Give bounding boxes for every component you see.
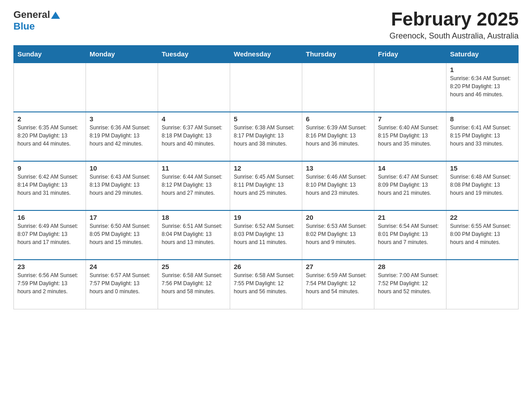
logo-triangle-icon — [51, 11, 60, 20]
day-number: 28 — [378, 263, 442, 270]
calendar-week-row: 1Sunrise: 6:34 AM Sunset: 8:20 PM Daylig… — [14, 63, 519, 112]
calendar-cell: 27Sunrise: 6:59 AM Sunset: 7:54 PM Dayli… — [302, 260, 374, 309]
weekday-header-saturday: Saturday — [446, 46, 519, 63]
calendar-cell: 16Sunrise: 6:49 AM Sunset: 8:07 PM Dayli… — [14, 210, 86, 260]
day-info: Sunrise: 6:58 AM Sunset: 7:56 PM Dayligh… — [162, 271, 226, 295]
calendar-cell: 7Sunrise: 6:40 AM Sunset: 8:15 PM Daylig… — [374, 112, 446, 161]
calendar-cell: 13Sunrise: 6:46 AM Sunset: 8:10 PM Dayli… — [302, 161, 374, 210]
calendar-cell: 2Sunrise: 6:35 AM Sunset: 8:20 PM Daylig… — [14, 112, 86, 161]
day-info: Sunrise: 6:35 AM Sunset: 8:20 PM Dayligh… — [17, 124, 82, 148]
calendar-cell — [374, 63, 446, 112]
page-title: February 2025 — [390, 9, 519, 30]
svg-marker-0 — [51, 12, 60, 19]
day-info: Sunrise: 6:52 AM Sunset: 8:03 PM Dayligh… — [234, 222, 298, 246]
logo-text-blue: Blue — [13, 21, 35, 32]
logo-text-general: General — [13, 9, 50, 21]
day-number: 24 — [90, 263, 154, 270]
calendar-cell — [230, 63, 302, 112]
day-number: 13 — [306, 164, 370, 172]
day-info: Sunrise: 6:48 AM Sunset: 8:08 PM Dayligh… — [450, 173, 515, 197]
calendar-cell: 11Sunrise: 6:44 AM Sunset: 8:12 PM Dayli… — [158, 161, 230, 210]
weekday-header-sunday: Sunday — [14, 46, 86, 63]
calendar-cell: 19Sunrise: 6:52 AM Sunset: 8:03 PM Dayli… — [230, 210, 302, 260]
day-info: Sunrise: 6:58 AM Sunset: 7:55 PM Dayligh… — [234, 271, 298, 295]
calendar-cell: 15Sunrise: 6:48 AM Sunset: 8:08 PM Dayli… — [446, 161, 519, 210]
day-info: Sunrise: 6:57 AM Sunset: 7:57 PM Dayligh… — [90, 271, 154, 295]
title-block: February 2025 Greenock, South Australia,… — [390, 9, 519, 41]
day-info: Sunrise: 6:39 AM Sunset: 8:16 PM Dayligh… — [306, 124, 370, 148]
day-info: Sunrise: 6:43 AM Sunset: 8:13 PM Dayligh… — [90, 173, 154, 197]
day-info: Sunrise: 6:45 AM Sunset: 8:11 PM Dayligh… — [234, 173, 298, 197]
day-info: Sunrise: 6:41 AM Sunset: 8:15 PM Dayligh… — [450, 124, 515, 148]
day-number: 16 — [17, 214, 82, 221]
day-number: 2 — [17, 115, 82, 123]
calendar-header-row: SundayMondayTuesdayWednesdayThursdayFrid… — [14, 46, 519, 63]
calendar-cell: 9Sunrise: 6:42 AM Sunset: 8:14 PM Daylig… — [14, 161, 86, 210]
day-info: Sunrise: 6:51 AM Sunset: 8:04 PM Dayligh… — [162, 222, 226, 246]
calendar-cell: 20Sunrise: 6:53 AM Sunset: 8:02 PM Dayli… — [302, 210, 374, 260]
calendar-cell: 26Sunrise: 6:58 AM Sunset: 7:55 PM Dayli… — [230, 260, 302, 309]
calendar-cell: 23Sunrise: 6:56 AM Sunset: 7:59 PM Dayli… — [14, 260, 86, 309]
day-number: 8 — [450, 115, 515, 123]
day-number: 3 — [90, 115, 154, 123]
day-number: 27 — [306, 263, 370, 270]
day-info: Sunrise: 6:53 AM Sunset: 8:02 PM Dayligh… — [306, 222, 370, 246]
calendar-cell — [158, 63, 230, 112]
day-info: Sunrise: 6:36 AM Sunset: 8:19 PM Dayligh… — [90, 124, 154, 148]
calendar-cell — [86, 63, 158, 112]
day-number: 10 — [90, 164, 154, 172]
calendar-week-row: 2Sunrise: 6:35 AM Sunset: 8:20 PM Daylig… — [14, 112, 519, 161]
day-number: 21 — [378, 214, 442, 221]
day-number: 23 — [17, 263, 82, 270]
day-info: Sunrise: 7:00 AM Sunset: 7:52 PM Dayligh… — [378, 271, 442, 295]
logo: General Blue — [13, 9, 60, 32]
day-number: 18 — [162, 214, 226, 221]
calendar-cell: 6Sunrise: 6:39 AM Sunset: 8:16 PM Daylig… — [302, 112, 374, 161]
day-info: Sunrise: 6:50 AM Sunset: 8:05 PM Dayligh… — [90, 222, 154, 246]
day-info: Sunrise: 6:34 AM Sunset: 8:20 PM Dayligh… — [450, 74, 515, 98]
day-info: Sunrise: 6:47 AM Sunset: 8:09 PM Dayligh… — [378, 173, 442, 197]
day-number: 4 — [162, 115, 226, 123]
day-number: 11 — [162, 164, 226, 172]
day-number: 5 — [234, 115, 298, 123]
day-info: Sunrise: 6:49 AM Sunset: 8:07 PM Dayligh… — [17, 222, 82, 246]
calendar-cell: 10Sunrise: 6:43 AM Sunset: 8:13 PM Dayli… — [86, 161, 158, 210]
day-number: 6 — [306, 115, 370, 123]
weekday-header-tuesday: Tuesday — [158, 46, 230, 63]
calendar-week-row: 16Sunrise: 6:49 AM Sunset: 8:07 PM Dayli… — [14, 210, 519, 260]
day-info: Sunrise: 6:38 AM Sunset: 8:17 PM Dayligh… — [234, 124, 298, 148]
day-info: Sunrise: 6:55 AM Sunset: 8:00 PM Dayligh… — [450, 222, 515, 246]
calendar-cell: 25Sunrise: 6:58 AM Sunset: 7:56 PM Dayli… — [158, 260, 230, 309]
calendar-cell — [14, 63, 86, 112]
calendar-cell: 14Sunrise: 6:47 AM Sunset: 8:09 PM Dayli… — [374, 161, 446, 210]
page-header: General Blue February 2025 Greenock, Sou… — [13, 9, 519, 41]
day-number: 1 — [450, 66, 515, 73]
calendar-week-row: 23Sunrise: 6:56 AM Sunset: 7:59 PM Dayli… — [14, 260, 519, 309]
day-info: Sunrise: 6:56 AM Sunset: 7:59 PM Dayligh… — [17, 271, 82, 295]
weekday-header-thursday: Thursday — [302, 46, 374, 63]
calendar-week-row: 9Sunrise: 6:42 AM Sunset: 8:14 PM Daylig… — [14, 161, 519, 210]
calendar-cell — [302, 63, 374, 112]
calendar-cell: 1Sunrise: 6:34 AM Sunset: 8:20 PM Daylig… — [446, 63, 519, 112]
day-info: Sunrise: 6:37 AM Sunset: 8:18 PM Dayligh… — [162, 124, 226, 148]
calendar-cell: 5Sunrise: 6:38 AM Sunset: 8:17 PM Daylig… — [230, 112, 302, 161]
day-number: 19 — [234, 214, 298, 221]
calendar-cell — [446, 260, 519, 309]
calendar-cell: 18Sunrise: 6:51 AM Sunset: 8:04 PM Dayli… — [158, 210, 230, 260]
calendar-cell: 8Sunrise: 6:41 AM Sunset: 8:15 PM Daylig… — [446, 112, 519, 161]
day-number: 15 — [450, 164, 515, 172]
day-number: 17 — [90, 214, 154, 221]
day-number: 14 — [378, 164, 442, 172]
calendar-cell: 21Sunrise: 6:54 AM Sunset: 8:01 PM Dayli… — [374, 210, 446, 260]
calendar-cell: 4Sunrise: 6:37 AM Sunset: 8:18 PM Daylig… — [158, 112, 230, 161]
calendar-cell: 24Sunrise: 6:57 AM Sunset: 7:57 PM Dayli… — [86, 260, 158, 309]
calendar-cell: 3Sunrise: 6:36 AM Sunset: 8:19 PM Daylig… — [86, 112, 158, 161]
calendar-cell: 22Sunrise: 6:55 AM Sunset: 8:00 PM Dayli… — [446, 210, 519, 260]
day-info: Sunrise: 6:44 AM Sunset: 8:12 PM Dayligh… — [162, 173, 226, 197]
day-number: 26 — [234, 263, 298, 270]
day-info: Sunrise: 6:40 AM Sunset: 8:15 PM Dayligh… — [378, 124, 442, 148]
day-number: 22 — [450, 214, 515, 221]
calendar-cell: 17Sunrise: 6:50 AM Sunset: 8:05 PM Dayli… — [86, 210, 158, 260]
calendar-cell: 28Sunrise: 7:00 AM Sunset: 7:52 PM Dayli… — [374, 260, 446, 309]
weekday-header-friday: Friday — [374, 46, 446, 63]
